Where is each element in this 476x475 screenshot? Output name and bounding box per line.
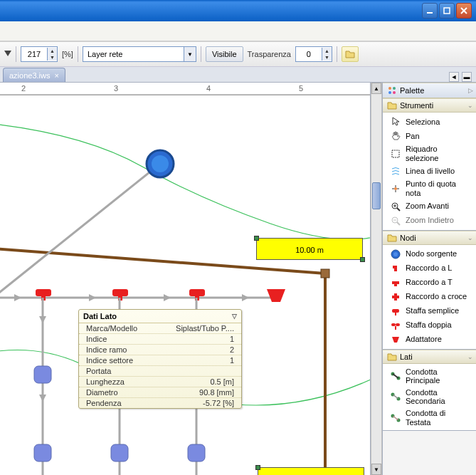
scroll-down-icon[interactable]: ▼ <box>371 464 381 475</box>
titlebar <box>0 0 476 21</box>
zoom-input[interactable] <box>21 48 47 61</box>
svg-line-32 <box>397 208 400 211</box>
node-raccordo-l[interactable]: Raccordo a L <box>383 261 476 276</box>
main-pipe-icon <box>390 370 401 382</box>
transparency-down-icon[interactable]: ▼ <box>322 54 332 61</box>
data-row: Portata <box>79 366 241 377</box>
transparency-input[interactable] <box>296 48 322 61</box>
svg-line-36 <box>397 222 400 225</box>
panel-header-nodi[interactable]: Nodi ⌄ <box>383 231 476 245</box>
svg-rect-1 <box>444 8 450 14</box>
tool-zoom-out[interactable]: Zoom Indietro <box>383 214 476 228</box>
lato-secondaria[interactable]: Condotta Secondaria <box>383 387 476 407</box>
document-tab[interactable]: azione3.iws × <box>3 68 65 82</box>
toolbar: ▲▼ [%] Layer rete ▼ Visibile Trasparenza… <box>0 41 476 67</box>
svg-rect-42 <box>391 323 396 326</box>
svg-rect-23 <box>111 444 128 461</box>
cross-joint-icon <box>390 291 401 303</box>
svg-line-50 <box>393 395 398 399</box>
transparency-spinner[interactable]: ▲▼ <box>295 46 332 62</box>
vertical-scrollbar[interactable]: ▲ ▼ <box>371 83 382 475</box>
data-row: Lunghezza0.5 [m] <box>79 377 241 387</box>
data-row: Indice ramo2 <box>79 345 241 355</box>
tab-scroll-right-icon[interactable]: ▬ <box>462 72 472 82</box>
marquee-icon <box>390 148 401 160</box>
panel-nodi: Nodi ⌄ Nodo sorgente Raccordo a L Raccor… <box>383 231 476 350</box>
svg-rect-22 <box>34 444 51 461</box>
tool-riquadro[interactable]: Riquadro selezione <box>383 143 476 164</box>
panel-lati: Lati ⌄ Condotta Principale Condotta Seco… <box>383 350 476 432</box>
panel-title: Lati <box>400 353 413 361</box>
panel-title: Strumenti <box>400 101 433 110</box>
measurement-label-2[interactable]: 10.20 m <box>258 467 364 475</box>
zoom-out-icon <box>390 215 401 226</box>
layer-combo[interactable]: Layer rete ▼ <box>83 46 196 62</box>
chevron-down-icon[interactable]: ▼ <box>184 47 196 61</box>
data-row: Pendenza-5.72 [%] <box>79 398 241 408</box>
data-panel-header[interactable]: Dati Lato ▽ <box>79 310 241 323</box>
panel-strumenti: Strumenti ⌄ Seleziona Pan Riquadro selez… <box>383 98 476 231</box>
svg-point-8 <box>152 155 169 172</box>
scroll-up-icon[interactable]: ▲ <box>371 83 381 94</box>
close-button[interactable] <box>456 3 472 19</box>
tool-linea-livello[interactable]: Linea di livello <box>383 164 476 178</box>
svg-rect-29 <box>392 150 399 157</box>
svg-rect-14 <box>189 289 205 296</box>
svg-rect-24 <box>188 444 205 461</box>
zoom-up-icon[interactable]: ▲ <box>48 48 57 54</box>
node-staffa-doppia[interactable]: Staffa doppia <box>383 318 476 333</box>
svg-line-6 <box>0 164 160 298</box>
dropdown-icon[interactable] <box>4 48 11 61</box>
tool-seleziona[interactable]: Seleziona <box>383 115 476 129</box>
maximize-button[interactable] <box>439 3 455 19</box>
data-panel[interactable]: Dati Lato ▽ Marca/ModelloSiplast/Tubo P.… <box>78 309 242 409</box>
palette-header[interactable]: Palette ▷ <box>383 83 476 98</box>
tool-zoom-in[interactable]: Zoom Avanti <box>383 199 476 214</box>
measurement-label-1[interactable]: 10.00 m <box>256 238 363 260</box>
node-staffa-semplice[interactable]: Staffa semplice <box>383 304 476 318</box>
data-panel-title: Dati Lato <box>83 312 117 320</box>
svg-point-26 <box>393 87 396 90</box>
tab-scroll-left-icon[interactable]: ◄ <box>449 72 459 82</box>
node-raccordo-croce[interactable]: Raccordo a croce <box>383 290 476 304</box>
transparency-label: Trasparenza <box>248 50 291 58</box>
cursor-icon <box>390 116 401 127</box>
panel-header-strumenti[interactable]: Strumenti ⌄ <box>383 98 476 113</box>
folder-button[interactable] <box>342 46 359 62</box>
chevron-down-icon[interactable]: ▽ <box>232 313 237 320</box>
node-adattatore[interactable]: Adattatore <box>383 333 476 347</box>
collapse-icon[interactable]: ⌄ <box>467 353 473 360</box>
drawing-canvas[interactable]: 10.00 m 10.20 m Dati Lato ▽ Marca/Modell… <box>0 95 370 475</box>
tabbar: azione3.iws × ◄ ▬ <box>0 67 476 83</box>
zoom-in-icon <box>390 201 401 212</box>
zoom-down-icon[interactable]: ▼ <box>48 54 57 61</box>
svg-rect-40 <box>392 309 399 313</box>
tool-punto-quota[interactable]: Punto di quota nota <box>383 178 476 199</box>
lato-principale[interactable]: Condotta Principale <box>383 366 476 387</box>
node-raccordo-t[interactable]: Raccordo a T <box>383 276 476 290</box>
transparency-up-icon[interactable]: ▲ <box>322 48 332 54</box>
panel-header-lati[interactable]: Lati ⌄ <box>383 350 476 364</box>
close-tab-icon[interactable]: × <box>54 71 58 80</box>
svg-line-47 <box>393 374 398 378</box>
collapse-icon[interactable]: ⌄ <box>467 234 473 241</box>
svg-point-25 <box>388 87 391 90</box>
svg-rect-19 <box>34 366 51 383</box>
visible-button[interactable]: Visibile <box>206 46 243 62</box>
expand-icon[interactable]: ▷ <box>468 87 473 94</box>
zoom-unit-label: [%] <box>62 50 73 58</box>
node-sorgente[interactable]: Nodo sorgente <box>383 247 476 261</box>
svg-rect-5 <box>321 269 329 278</box>
minimize-button[interactable] <box>422 3 438 19</box>
main-area: 2 3 4 5 <box>0 83 476 475</box>
scrollbar-thumb[interactable] <box>372 182 381 209</box>
data-row: Indice1 <box>79 334 241 345</box>
hand-icon <box>390 130 401 142</box>
contour-icon <box>390 165 401 177</box>
svg-point-30 <box>394 187 397 190</box>
measurement-text: 10.00 m <box>295 246 324 254</box>
collapse-icon[interactable]: ⌄ <box>467 102 473 109</box>
zoom-spinner[interactable]: ▲▼ <box>21 46 58 62</box>
lato-testata[interactable]: Condotta di Testata <box>383 407 476 428</box>
tool-pan[interactable]: Pan <box>383 129 476 143</box>
